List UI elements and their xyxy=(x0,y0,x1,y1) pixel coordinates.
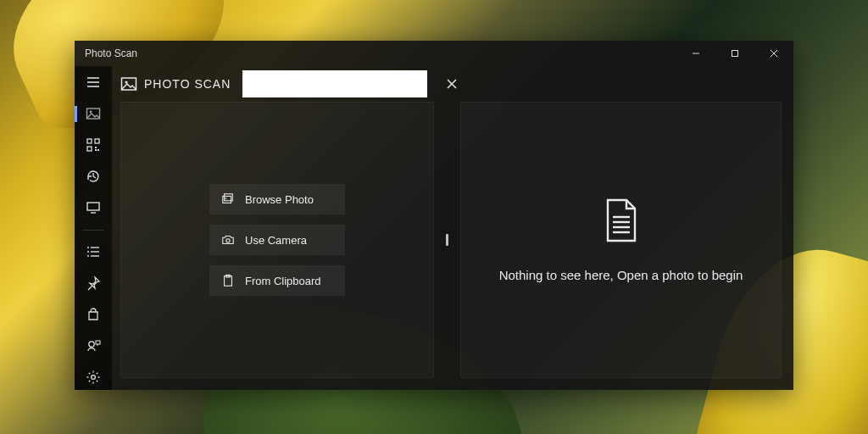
minimize-button[interactable] xyxy=(676,41,715,66)
sidebar-item-store[interactable] xyxy=(75,301,112,327)
svg-point-23 xyxy=(89,341,94,346)
svg-rect-10 xyxy=(95,139,99,143)
sidebar-item-display[interactable] xyxy=(75,195,112,221)
document-icon xyxy=(603,198,640,246)
pin-icon xyxy=(86,275,101,291)
search-input[interactable] xyxy=(242,70,427,97)
sidebar xyxy=(75,66,112,390)
sidebar-item-feedback[interactable] xyxy=(75,332,112,359)
browse-photo-label: Browse Photo xyxy=(245,193,314,206)
sidebar-item-pin[interactable] xyxy=(75,270,112,296)
monitor-icon xyxy=(86,200,101,215)
header: PHOTO SCAN xyxy=(112,66,793,102)
svg-rect-9 xyxy=(87,139,92,143)
app-window: Photo Scan xyxy=(75,41,793,390)
titlebar: Photo Scan xyxy=(75,41,793,66)
camera-icon xyxy=(221,233,235,247)
preview-panel: Nothing to see here, Open a photo to beg… xyxy=(460,102,782,378)
shopping-bag-icon xyxy=(86,307,101,322)
browse-photo-button[interactable]: Browse Photo xyxy=(209,184,345,214)
maximize-icon xyxy=(731,49,739,58)
x-icon xyxy=(446,78,458,90)
close-icon xyxy=(770,49,778,58)
svg-rect-14 xyxy=(95,149,97,151)
use-camera-button[interactable]: Use Camera xyxy=(209,225,345,255)
svg-point-8 xyxy=(90,111,92,114)
svg-rect-13 xyxy=(97,149,99,151)
svg-point-18 xyxy=(87,251,89,253)
gear-icon xyxy=(86,370,101,385)
clipboard-icon xyxy=(221,274,235,287)
maximize-button[interactable] xyxy=(715,41,754,66)
hamburger-menu-button[interactable] xyxy=(75,70,112,96)
svg-point-17 xyxy=(87,247,89,248)
svg-point-32 xyxy=(226,239,230,242)
svg-rect-1 xyxy=(732,51,738,57)
svg-point-31 xyxy=(225,198,226,199)
use-camera-label: Use Camera xyxy=(245,234,307,247)
minimize-icon xyxy=(692,49,700,58)
app-logo-icon xyxy=(120,75,137,92)
image-icon xyxy=(86,106,101,121)
close-button[interactable] xyxy=(754,41,793,66)
svg-rect-11 xyxy=(87,147,92,151)
list-icon xyxy=(86,244,101,259)
svg-point-19 xyxy=(87,255,89,257)
sidebar-separator xyxy=(82,230,104,231)
from-clipboard-label: From Clipboard xyxy=(245,275,321,287)
sidebar-item-image[interactable] xyxy=(75,101,112,127)
svg-point-24 xyxy=(92,375,96,379)
menu-icon xyxy=(86,75,101,90)
clear-search-button[interactable] xyxy=(437,70,466,98)
qr-icon xyxy=(86,137,101,153)
app-title: PHOTO SCAN xyxy=(144,77,231,91)
sidebar-item-settings[interactable] xyxy=(75,364,112,390)
svg-rect-15 xyxy=(87,203,99,210)
splitter-handle[interactable] xyxy=(446,234,448,246)
empty-state-text: Nothing to see here, Open a photo to beg… xyxy=(499,268,743,282)
from-clipboard-button[interactable]: From Clipboard xyxy=(209,265,345,296)
window-title: Photo Scan xyxy=(85,47,137,59)
svg-rect-12 xyxy=(95,147,97,148)
input-panel: Browse Photo Use Camera From Clipboard xyxy=(120,102,434,378)
feedback-icon xyxy=(86,338,101,353)
photos-icon xyxy=(221,192,235,206)
history-icon xyxy=(86,169,101,184)
sidebar-item-list[interactable] xyxy=(75,238,112,264)
sidebar-item-qr[interactable] xyxy=(75,132,112,159)
sidebar-item-history[interactable] xyxy=(75,164,112,190)
